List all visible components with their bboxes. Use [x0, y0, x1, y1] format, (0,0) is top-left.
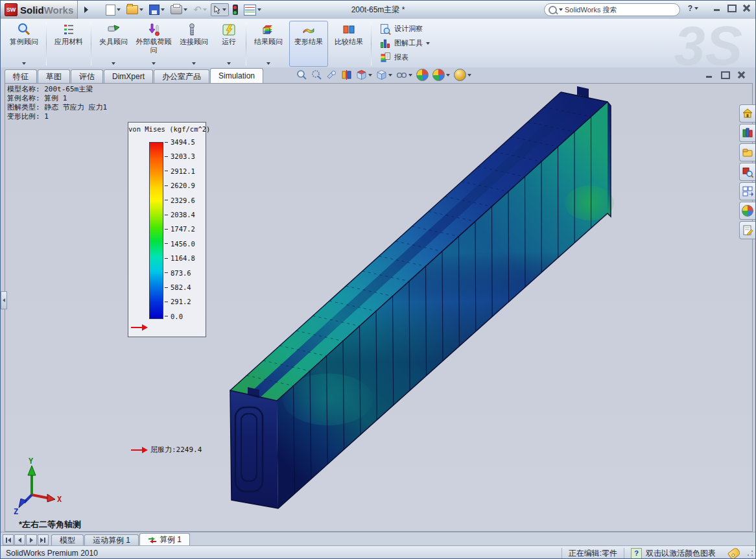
tab-evaluate[interactable]: 评估: [71, 69, 103, 83]
feature-pane-collapse-handle[interactable]: [1, 291, 7, 309]
section-view-button[interactable]: [341, 69, 352, 80]
home-icon: [742, 108, 753, 119]
study-advisor-button[interactable]: 算例顾问: [5, 21, 43, 67]
plot-type-line: 图解类型: 静态 节应力 应力1: [7, 103, 107, 112]
tab-model[interactable]: 模型: [51, 534, 84, 546]
previous-tab-button[interactable]: [14, 534, 25, 545]
stress-color-legend[interactable]: von Mises (kgf/cm^2) 3494.5 3203.3 2912.…: [128, 122, 206, 337]
document-restore-button[interactable]: [720, 71, 730, 79]
product-name: SolidWorks Premium 2010: [6, 549, 561, 558]
new-document-button[interactable]: [104, 3, 123, 17]
view-settings-button[interactable]: [454, 69, 471, 81]
close-button[interactable]: [742, 4, 751, 12]
dropdown-arrow-icon[interactable]: [694, 7, 698, 10]
zoom-to-area-button[interactable]: [311, 69, 322, 80]
study-tab-icon: [148, 536, 157, 544]
graphics-viewport[interactable]: [5, 83, 753, 532]
print-button[interactable]: [169, 4, 189, 16]
plot-tools-button[interactable]: 图解工具: [379, 38, 430, 49]
dropdown-arrow-icon[interactable]: [408, 74, 412, 77]
deformation-scale-line: 变形比例: 1: [7, 112, 107, 121]
new-document-icon: [106, 5, 115, 16]
apply-scene-button[interactable]: [432, 69, 450, 81]
minimize-button[interactable]: [712, 4, 722, 12]
design-library-button[interactable]: [739, 124, 755, 142]
search-pane-button[interactable]: [739, 163, 755, 181]
tab-office-products[interactable]: 办公室产品: [154, 69, 209, 83]
edit-appearance-button[interactable]: [416, 69, 429, 81]
options-list-button[interactable]: [242, 3, 263, 17]
yield-strength-row: 屈服力:2249.4: [131, 445, 202, 455]
select-tool-button[interactable]: [211, 3, 229, 16]
dropdown-arrow-icon[interactable]: [112, 62, 115, 65]
previous-view-button[interactable]: [326, 69, 337, 80]
dropdown-arrow-icon[interactable]: [192, 62, 196, 65]
tab-features[interactable]: 特征: [5, 69, 37, 83]
view-orientation-button[interactable]: [356, 69, 372, 80]
connections-advisor-button[interactable]: 连接顾问: [174, 21, 213, 67]
apply-material-button[interactable]: 应用材料: [49, 21, 88, 67]
search-box[interactable]: SolidWorks 搜索: [544, 3, 680, 16]
dropdown-arrow-icon[interactable]: [161, 8, 165, 11]
dropdown-arrow-icon[interactable]: [152, 62, 156, 65]
dropdown-arrow-icon[interactable]: [559, 8, 563, 11]
next-tab-button[interactable]: [26, 534, 37, 545]
dropdown-arrow-icon[interactable]: [257, 8, 261, 11]
display-style-button[interactable]: [376, 69, 392, 80]
document-close-button[interactable]: [737, 71, 746, 79]
design-insight-button[interactable]: 设计洞察: [379, 23, 430, 35]
custom-properties-button[interactable]: [739, 221, 755, 239]
dropdown-arrow-icon[interactable]: [426, 42, 430, 45]
dropdown-arrow-icon[interactable]: [467, 74, 471, 77]
simulation-advisor-button[interactable]: [231, 3, 240, 16]
tab-simulation[interactable]: Simulation: [210, 68, 263, 83]
run-icon: [222, 23, 236, 37]
tag-icon[interactable]: [727, 547, 741, 559]
maximize-button[interactable]: [727, 4, 737, 12]
dropdown-arrow-icon[interactable]: [368, 74, 372, 77]
search-placeholder: SolidWorks 搜索: [565, 5, 617, 15]
tab-dimxpert[interactable]: DimXpert: [104, 69, 153, 83]
open-button[interactable]: [124, 4, 145, 16]
zoom-to-fit-button[interactable]: [296, 69, 307, 80]
folder-icon: [742, 147, 753, 158]
menu-flyout-arrow-icon[interactable]: [84, 6, 88, 13]
first-tab-button[interactable]: [3, 534, 14, 545]
report-button[interactable]: 报表: [379, 52, 430, 64]
legend-color-bar[interactable]: [149, 142, 163, 319]
results-advisor-button[interactable]: 结果顾问: [249, 21, 288, 67]
view-palette-button[interactable]: [739, 182, 755, 200]
help-button[interactable]: ?: [688, 4, 698, 13]
external-loads-advisor-button[interactable]: 外部载荷顾问: [134, 21, 173, 67]
compare-results-button[interactable]: 比较结果: [329, 21, 368, 67]
dropdown-arrow-icon[interactable]: [446, 74, 450, 77]
dropdown-arrow-icon[interactable]: [183, 8, 187, 11]
dropdown-arrow-icon[interactable]: [22, 62, 26, 65]
undo-button[interactable]: ↶: [191, 4, 209, 16]
dropdown-arrow-icon[interactable]: [203, 8, 207, 11]
hide-show-items-button[interactable]: [396, 69, 412, 80]
view-orientation-name: *左右二等角轴测: [19, 519, 81, 530]
last-tab-button[interactable]: [38, 534, 49, 545]
save-button[interactable]: [147, 3, 167, 16]
document-minimize-button[interactable]: [704, 71, 714, 79]
fixtures-advisor-button[interactable]: 夹具顾问: [94, 21, 133, 67]
tab-study-1[interactable]: 算例 1: [139, 533, 190, 546]
app-logo[interactable]: SW SolidWorks: [1, 1, 78, 19]
dropdown-arrow-icon[interactable]: [117, 8, 121, 11]
tab-sketch[interactable]: 草图: [38, 69, 70, 83]
tab-motion-study-1[interactable]: 运动算例 1: [84, 534, 139, 546]
dropdown-arrow-icon[interactable]: [139, 8, 143, 11]
yield-level-arrow-icon: [131, 324, 148, 331]
run-button[interactable]: 运行: [215, 21, 243, 67]
resize-grip[interactable]: [746, 549, 754, 557]
ribbon-side-buttons: 设计洞察 图解工具 报表: [374, 19, 435, 67]
appearances-scenes-button[interactable]: [739, 202, 755, 220]
dropdown-arrow-icon[interactable]: [227, 62, 231, 65]
dropdown-arrow-icon[interactable]: [222, 8, 226, 11]
dropdown-arrow-icon[interactable]: [266, 62, 270, 65]
dropdown-arrow-icon[interactable]: [388, 74, 392, 77]
deformed-result-button[interactable]: 变形结果: [289, 21, 328, 67]
solidworks-resources-button[interactable]: [739, 104, 755, 123]
file-explorer-button[interactable]: [739, 143, 755, 161]
